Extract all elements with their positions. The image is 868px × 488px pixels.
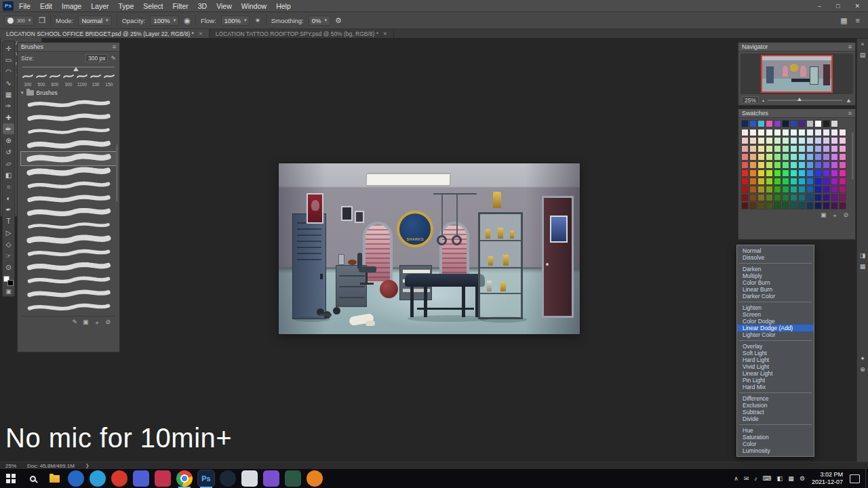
smoothing-select[interactable]: 0% ▾ — [309, 16, 330, 26]
menu-item[interactable]: Type — [118, 2, 134, 10]
color-swatch[interactable] — [790, 129, 797, 136]
color-swatch[interactable] — [757, 137, 765, 144]
smoothing-gear-icon[interactable]: ⚙ — [335, 16, 342, 25]
blend-mode-option[interactable]: Hard Mix — [737, 384, 814, 390]
color-swatch[interactable] — [823, 161, 830, 169]
tool-button[interactable]: ▭ — [3, 54, 14, 65]
color-swatch[interactable] — [782, 120, 789, 127]
color-swatch[interactable] — [839, 129, 846, 136]
taskbar-app-button[interactable] — [263, 470, 279, 487]
taskbar-app-button[interactable] — [241, 470, 258, 487]
color-swatch[interactable] — [806, 145, 814, 152]
brush-panel-toggle-icon[interactable]: ❒ — [39, 16, 45, 25]
color-swatch[interactable] — [823, 153, 830, 161]
color-swatch[interactable] — [839, 186, 846, 193]
brush-stroke-preview[interactable] — [21, 165, 116, 179]
scrollbar[interactable] — [852, 132, 854, 180]
color-swatch[interactable] — [806, 161, 814, 169]
color-swatch[interactable] — [774, 153, 781, 161]
blend-mode-option[interactable]: Vivid Light — [737, 363, 814, 370]
new-swatch-icon[interactable]: ＋ — [831, 211, 837, 220]
color-swatch[interactable] — [806, 194, 814, 201]
brush-stroke-preview[interactable] — [21, 152, 116, 165]
brush-preset[interactable]: 300 — [62, 73, 75, 87]
show-desktop-button[interactable] — [865, 469, 868, 488]
document-tab[interactable]: LOCATION TATTOO ROOFTOP SPY.psd @ 50% (b… — [210, 29, 394, 38]
brush-preset[interactable]: 500 — [35, 73, 48, 87]
color-swatch[interactable] — [741, 137, 749, 144]
blend-mode-option[interactable]: Multiply — [737, 272, 814, 279]
blend-mode-option[interactable]: Difference — [737, 395, 814, 402]
taskbar-app-button[interactable] — [90, 470, 106, 487]
blend-mode-option[interactable]: Color Burn — [737, 279, 814, 286]
color-swatch[interactable] — [806, 186, 814, 193]
color-swatch[interactable] — [774, 202, 781, 209]
navigator-viewbox[interactable] — [761, 55, 833, 93]
color-swatch[interactable] — [766, 161, 773, 169]
taskbar-app-button[interactable] — [111, 470, 127, 487]
airbrush-icon[interactable]: ✴ — [254, 16, 260, 25]
color-swatch[interactable] — [749, 120, 757, 127]
color-swatch[interactable] — [839, 169, 846, 177]
color-swatch[interactable] — [831, 137, 838, 144]
zoom-in-icon[interactable]: ▲ — [846, 97, 852, 104]
color-swatch[interactable] — [757, 186, 765, 193]
blend-mode-option[interactable]: Soft Light — [737, 350, 814, 357]
pencil-icon[interactable]: ✎ — [111, 55, 116, 62]
brush-stroke-preview[interactable] — [21, 301, 116, 314]
color-swatch[interactable] — [766, 145, 773, 152]
color-swatch[interactable] — [790, 145, 797, 152]
color-swatch[interactable] — [790, 169, 797, 177]
brush-stroke-preview[interactable] — [21, 111, 116, 125]
blend-mode-select[interactable]: Normal ▾ — [78, 16, 111, 26]
tool-button[interactable]: ◧ — [3, 169, 14, 180]
tool-button[interactable]: ◠ — [3, 66, 14, 77]
color-swatch[interactable] — [823, 186, 830, 193]
color-swatch[interactable] — [774, 129, 781, 136]
color-swatch[interactable] — [774, 169, 781, 177]
tool-button[interactable]: ✚ — [3, 112, 14, 123]
color-swatch[interactable] — [749, 145, 757, 152]
color-swatch[interactable] — [741, 129, 749, 136]
blend-mode-option[interactable]: Lighter Color — [737, 331, 814, 338]
color-swatch[interactable] — [831, 169, 838, 177]
blend-mode-option[interactable]: Linear Burn — [737, 286, 814, 293]
color-swatch[interactable] — [749, 202, 757, 209]
color-swatch[interactable] — [798, 202, 806, 209]
color-swatch[interactable] — [790, 153, 797, 161]
status-options-chevron-icon[interactable]: ❯ — [85, 463, 90, 468]
blend-mode-option[interactable]: Exclusion — [737, 402, 814, 409]
color-swatch[interactable] — [814, 120, 822, 127]
blend-mode-option[interactable]: Linear Light — [737, 370, 814, 377]
menu-item[interactable]: Filter — [172, 2, 188, 10]
color-swatch[interactable] — [757, 202, 765, 209]
taskbar-app-button[interactable] — [133, 470, 149, 487]
color-swatch[interactable] — [823, 129, 830, 136]
color-swatch[interactable] — [798, 129, 806, 136]
tray-icon[interactable]: ⚙ — [800, 475, 805, 482]
blend-mode-option[interactable]: Darker Color — [737, 293, 814, 300]
tool-button[interactable]: ∿ — [3, 77, 14, 88]
color-swatch[interactable] — [766, 194, 773, 201]
tool-button[interactable]: ▷ — [3, 227, 14, 238]
tool-button[interactable]: ✒ — [3, 204, 14, 215]
taskbar-app-button[interactable] — [176, 470, 193, 487]
brush-stroke-preview[interactable] — [21, 287, 116, 301]
color-swatch[interactable] — [757, 153, 765, 161]
blend-mode-option[interactable] — [739, 340, 812, 341]
taskbar-app-button[interactable] — [68, 470, 84, 487]
color-swatch[interactable] — [814, 137, 822, 144]
color-swatch[interactable] — [806, 169, 814, 177]
panel-dock-icon[interactable]: « — [861, 41, 864, 47]
color-swatch[interactable] — [823, 202, 830, 209]
blend-mode-option[interactable]: Pin Light — [737, 377, 814, 384]
color-swatch[interactable] — [839, 145, 846, 152]
color-swatch[interactable] — [823, 145, 830, 152]
tool-button[interactable]: ○ — [3, 181, 14, 192]
color-swatch[interactable] — [749, 178, 757, 185]
color-swatch[interactable] — [798, 137, 806, 144]
brush-stroke-preview[interactable] — [21, 220, 116, 233]
menu-item[interactable]: Select — [143, 2, 163, 10]
color-swatch[interactable] — [741, 120, 749, 127]
pencil-icon[interactable]: ✎ — [72, 319, 77, 327]
